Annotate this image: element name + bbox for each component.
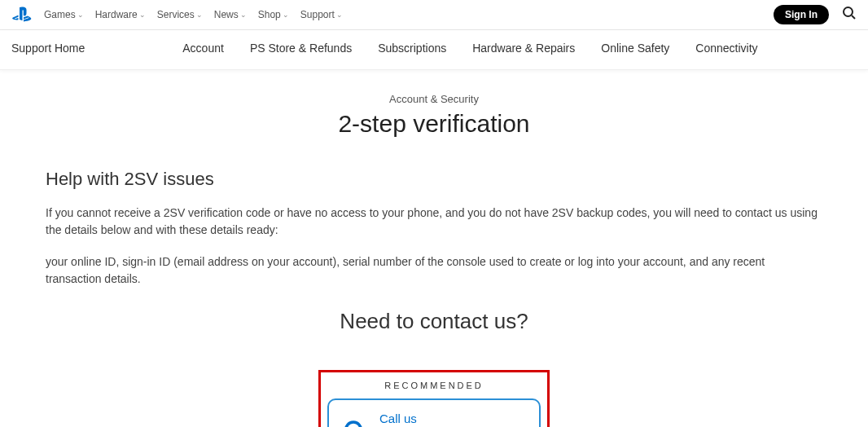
playstation-logo-icon[interactable] bbox=[11, 7, 33, 23]
chevron-down-icon: ⌄ bbox=[283, 11, 289, 19]
nav-label: Shop bbox=[258, 9, 281, 20]
top-navigation: Games⌄ Hardware⌄ Services⌄ News⌄ Shop⌄ S… bbox=[0, 0, 868, 30]
body-paragraph-1: If you cannot receive a 2SV verification… bbox=[46, 205, 822, 239]
call-title: Call us bbox=[379, 412, 519, 425]
subnav-connectivity[interactable]: Connectivity bbox=[695, 42, 757, 55]
subnav-ps-store[interactable]: PS Store & Refunds bbox=[250, 42, 352, 55]
nav-label: Support bbox=[300, 9, 335, 20]
call-info: Call us Open: Mon-Sun 09:00 - 19:30 1800… bbox=[379, 412, 519, 427]
section-title: Help with 2SV issues bbox=[46, 169, 822, 190]
nav-support[interactable]: Support⌄ bbox=[300, 9, 343, 20]
nav-games[interactable]: Games⌄ bbox=[44, 9, 84, 20]
support-nav-items: Account PS Store & Refunds Subscriptions… bbox=[182, 42, 757, 55]
svg-point-0 bbox=[844, 7, 853, 16]
chevron-down-icon: ⌄ bbox=[139, 11, 146, 19]
chevron-down-icon: ⌄ bbox=[77, 11, 84, 19]
nav-label: Services bbox=[157, 9, 195, 20]
chevron-down-icon: ⌄ bbox=[240, 11, 247, 19]
subnav-account[interactable]: Account bbox=[182, 42, 224, 55]
nav-services[interactable]: Services⌄ bbox=[157, 9, 203, 20]
top-nav-right: Sign In bbox=[774, 5, 857, 24]
support-navigation: Support Home Account PS Store & Refunds … bbox=[0, 30, 868, 70]
sign-in-button[interactable]: Sign In bbox=[774, 5, 829, 24]
breadcrumb: Account & Security bbox=[46, 93, 822, 105]
page-title: 2-step verification bbox=[46, 110, 822, 138]
subnav-hardware[interactable]: Hardware & Repairs bbox=[472, 42, 575, 55]
call-us-card[interactable]: Call us Open: Mon-Sun 09:00 - 19:30 1800… bbox=[327, 398, 541, 427]
top-nav-left: Games⌄ Hardware⌄ Services⌄ News⌄ Shop⌄ S… bbox=[11, 7, 343, 23]
chevron-down-icon: ⌄ bbox=[336, 11, 343, 19]
nav-hardware[interactable]: Hardware⌄ bbox=[95, 9, 146, 20]
nav-label: News bbox=[214, 9, 239, 20]
nav-label: Games bbox=[44, 9, 76, 20]
contact-heading: Need to contact us? bbox=[46, 309, 822, 334]
main-content: Account & Security 2-step verification H… bbox=[0, 70, 868, 427]
support-home-link[interactable]: Support Home bbox=[11, 42, 85, 55]
chevron-down-icon: ⌄ bbox=[196, 11, 203, 19]
headset-icon bbox=[340, 418, 366, 427]
body-paragraph-2: your online ID, sign-in ID (email addres… bbox=[46, 253, 822, 288]
nav-label: Hardware bbox=[95, 9, 138, 20]
svg-line-1 bbox=[852, 15, 855, 19]
subnav-subscriptions[interactable]: Subscriptions bbox=[378, 42, 446, 55]
nav-news[interactable]: News⌄ bbox=[214, 9, 247, 20]
recommended-label: RECOMMENDED bbox=[327, 381, 541, 390]
subnav-online-safety[interactable]: Online Safety bbox=[601, 42, 669, 55]
nav-shop[interactable]: Shop⌄ bbox=[258, 9, 289, 20]
search-icon[interactable] bbox=[842, 6, 857, 24]
recommended-highlight-box: RECOMMENDED Call us Open: Mon-Sun 09:00 … bbox=[318, 370, 550, 427]
